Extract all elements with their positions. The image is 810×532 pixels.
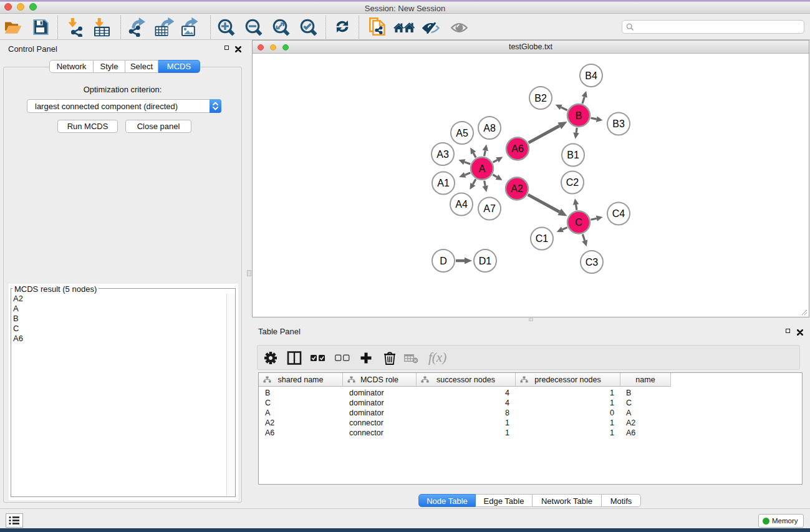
svg-text:A: A [479, 163, 486, 174]
svg-text:C3: C3 [586, 257, 599, 268]
svg-text:A7: A7 [483, 203, 496, 214]
svg-text:A5: A5 [456, 128, 468, 138]
svg-text:A1: A1 [437, 178, 450, 188]
svg-text:D1: D1 [479, 256, 492, 266]
svg-text:A3: A3 [436, 149, 449, 160]
svg-text:A8: A8 [483, 123, 496, 133]
svg-text:C2: C2 [566, 177, 579, 188]
svg-text:B1: B1 [567, 150, 579, 160]
svg-text:B4: B4 [585, 70, 597, 81]
svg-text:A4: A4 [455, 199, 468, 210]
svg-text:B2: B2 [534, 93, 547, 104]
svg-text:B3: B3 [612, 118, 625, 129]
svg-text:A2: A2 [511, 183, 523, 194]
svg-text:C: C [575, 217, 582, 228]
svg-text:C1: C1 [536, 233, 549, 244]
svg-text:C4: C4 [612, 208, 625, 219]
svg-text:B: B [576, 110, 582, 121]
svg-text:D: D [440, 256, 447, 266]
svg-text:A6: A6 [511, 143, 524, 154]
